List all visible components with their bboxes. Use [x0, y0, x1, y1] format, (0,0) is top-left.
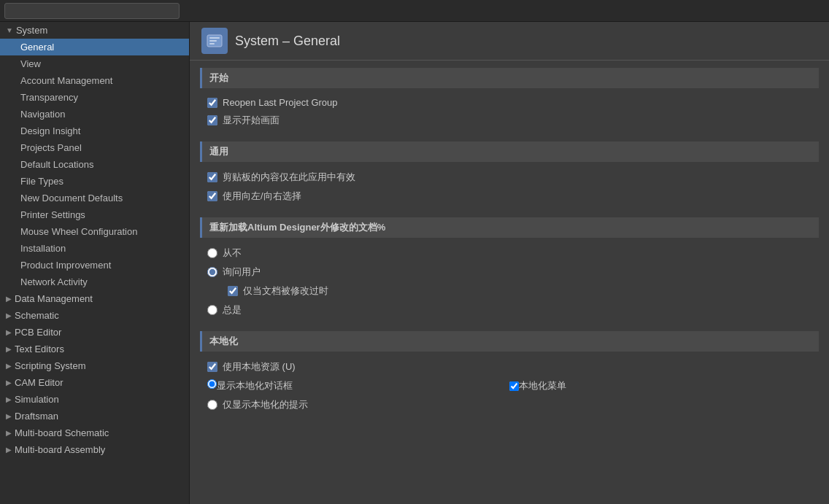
sidebar-group-data-management: ▶Data Management	[0, 290, 189, 307]
sidebar-item-account-management[interactable]: Account Management	[0, 72, 189, 89]
content-panel: System – General 开始Reopen Last Project G…	[190, 22, 829, 504]
radio-pair-row-localization-1: 显示本地化对话框本地化菜单	[207, 376, 811, 395]
checkbox-row-startup-0: Reopen Last Project Group	[207, 94, 811, 111]
sidebar-item-general[interactable]: General	[0, 39, 189, 55]
radio-localization-2[interactable]	[207, 400, 217, 410]
svg-rect-1	[209, 37, 220, 39]
arrow-icon-system: ▼	[6, 26, 13, 34]
radio-label-reload-3: 总是	[223, 303, 242, 317]
sidebar-item-transparency[interactable]: Transparency	[0, 89, 189, 106]
sidebar-group-header-pcb-editor[interactable]: ▶PCB Editor	[0, 324, 189, 341]
sidebar-group-cam-editor: ▶CAM Editor	[0, 374, 189, 391]
group-label-multi-board-assembly: Multi-board Assembly	[15, 444, 105, 455]
sidebar-item-printer-settings[interactable]: Printer Settings	[0, 206, 189, 223]
sidebar-item-product-improvement[interactable]: Product Improvement	[0, 257, 189, 274]
sidebar-group-header-cam-editor[interactable]: ▶CAM Editor	[0, 374, 189, 391]
sidebar-group-simulation: ▶Simulation	[0, 391, 189, 408]
radio-row-localization-2: 仅显示本地化的提示	[207, 395, 811, 414]
radio-label-localization-1-1: 显示本地化对话框	[217, 380, 293, 391]
checkbox-label-general-0: 剪贴板的内容仅在此应用中有效	[223, 171, 355, 184]
sidebar-group-multi-board-assembly: ▶Multi-board Assembly	[0, 441, 189, 458]
checkbox-localization-1-2[interactable]	[509, 381, 519, 391]
sidebar-group-header-system[interactable]: ▼System	[0, 22, 189, 39]
sidebar-group-header-draftsman[interactable]: ▶Draftsman	[0, 408, 189, 424]
sidebar-group-scripting-system: ▶Scripting System	[0, 357, 189, 374]
radio-reload-0[interactable]	[207, 248, 217, 258]
sidebar-group-header-data-management[interactable]: ▶Data Management	[0, 290, 189, 307]
sidebar-group-draftsman: ▶Draftsman	[0, 408, 189, 424]
section-header-general: 通用	[200, 141, 819, 162]
sidebar-item-design-insight[interactable]: Design Insight	[0, 123, 189, 139]
sidebar-item-projects-panel[interactable]: Projects Panel	[0, 139, 189, 156]
section-body-localization: 使用本地资源 (U)显示本地化对话框本地化菜单仅显示本地化的提示	[200, 354, 819, 419]
radio-label-reload-1: 询问用户	[223, 265, 261, 279]
sidebar-group-schematic: ▶Schematic	[0, 307, 189, 324]
group-label-cam-editor: CAM Editor	[15, 377, 63, 388]
radio-localization-1-1[interactable]	[207, 379, 217, 389]
sidebar-item-file-types[interactable]: File Types	[0, 173, 189, 190]
sidebar-item-view[interactable]: View	[0, 55, 189, 72]
page-title: System – General	[235, 34, 340, 49]
group-label-pcb-editor: PCB Editor	[15, 327, 61, 338]
sidebar-item-mouse-wheel-configuration[interactable]: Mouse Wheel Configuration	[0, 223, 189, 240]
sidebar-group-multi-board-schematic: ▶Multi-board Schematic	[0, 424, 189, 441]
checkbox-label-localization-0: 使用本地资源 (U)	[223, 360, 296, 373]
loc-col1-1: 显示本地化对话框	[207, 379, 509, 392]
checkbox-row-startup-1: 显示开始画面	[207, 111, 811, 130]
radio-reload-3[interactable]	[207, 305, 217, 315]
sidebar-group-header-multi-board-schematic[interactable]: ▶Multi-board Schematic	[0, 424, 189, 441]
sidebar-item-new-document-defaults[interactable]: New Document Defaults	[0, 190, 189, 206]
checkbox-localization-0[interactable]	[207, 362, 217, 372]
sidebar: ▼SystemGeneralViewAccount ManagementTran…	[0, 22, 190, 504]
arrow-icon-multi-board-assembly: ▶	[6, 446, 12, 454]
radio-label-reload-0: 从不	[223, 247, 242, 260]
radio-row-reload-3: 总是	[207, 301, 811, 319]
checkbox-general-0[interactable]	[207, 172, 217, 182]
checkbox-reload-2[interactable]	[228, 286, 238, 296]
checkbox-startup-0[interactable]	[207, 98, 217, 108]
radio-row-reload-0: 从不	[207, 244, 811, 263]
group-label-multi-board-schematic: Multi-board Schematic	[15, 427, 109, 438]
section-reload: 重新加载Altium Designer外修改的文档%从不询问用户仅当文档被修改过…	[200, 217, 819, 324]
group-label-simulation: Simulation	[15, 394, 59, 405]
arrow-icon-schematic: ▶	[6, 311, 12, 319]
arrow-icon-scripting-system: ▶	[6, 362, 12, 370]
group-label-scripting-system: Scripting System	[15, 360, 86, 371]
main-layout: ▼SystemGeneralViewAccount ManagementTran…	[0, 22, 829, 504]
sidebar-item-installation[interactable]: Installation	[0, 240, 189, 257]
arrow-icon-multi-board-schematic: ▶	[6, 429, 12, 437]
sidebar-group-header-schematic[interactable]: ▶Schematic	[0, 307, 189, 324]
checkbox-row-localization-0: 使用本地资源 (U)	[207, 357, 811, 376]
sidebar-item-default-locations[interactable]: Default Locations	[0, 156, 189, 173]
checkbox-label-startup-0: Reopen Last Project Group	[223, 97, 338, 108]
svg-rect-3	[209, 43, 215, 44]
group-label-data-management: Data Management	[15, 293, 93, 304]
sidebar-item-navigation[interactable]: Navigation	[0, 106, 189, 123]
sidebar-item-network-activity[interactable]: Network Activity	[0, 274, 189, 290]
checkbox-startup-1[interactable]	[207, 115, 217, 125]
sidebar-group-header-text-editors[interactable]: ▶Text Editors	[0, 341, 189, 357]
header-icon	[201, 28, 228, 54]
group-label-draftsman: Draftsman	[15, 411, 58, 422]
section-body-startup: Reopen Last Project Group显示开始画面	[200, 91, 819, 134]
checkbox-general-1[interactable]	[207, 191, 217, 201]
sidebar-group-header-scripting-system[interactable]: ▶Scripting System	[0, 357, 189, 374]
section-startup: 开始Reopen Last Project Group显示开始画面	[200, 68, 819, 134]
sidebar-group-pcb-editor: ▶PCB Editor	[0, 324, 189, 341]
checkbox-row-general-1: 使用向左/向右选择	[207, 187, 811, 206]
group-label-schematic: Schematic	[15, 310, 59, 321]
checkbox-label-reload-2: 仅当文档被修改过时	[243, 284, 328, 298]
section-header-startup: 开始	[200, 68, 819, 88]
section-header-reload: 重新加载Altium Designer外修改的文档%	[200, 217, 819, 238]
content-header: System – General	[190, 22, 829, 61]
checkbox-row-reload-2: 仅当文档被修改过时	[207, 282, 811, 301]
radio-row-reload-1: 询问用户	[207, 263, 811, 282]
content-sections: 开始Reopen Last Project Group显示开始画面通用剪贴板的内…	[190, 61, 829, 423]
radio-reload-1[interactable]	[207, 267, 217, 277]
sidebar-group-header-simulation[interactable]: ▶Simulation	[0, 391, 189, 408]
top-bar	[0, 0, 829, 22]
arrow-icon-data-management: ▶	[6, 295, 12, 303]
search-input[interactable]	[4, 3, 180, 19]
sidebar-group-header-multi-board-assembly[interactable]: ▶Multi-board Assembly	[0, 441, 189, 458]
svg-rect-2	[209, 40, 217, 42]
